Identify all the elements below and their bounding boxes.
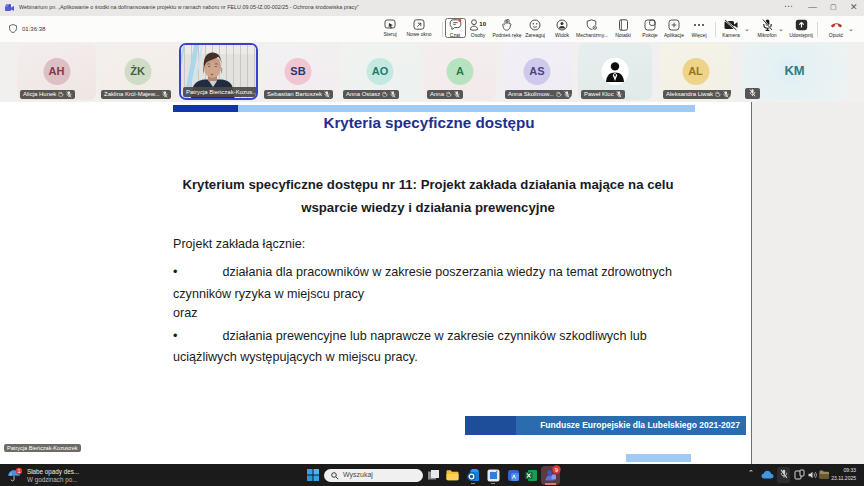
svg-text:1: 1 xyxy=(17,468,20,474)
